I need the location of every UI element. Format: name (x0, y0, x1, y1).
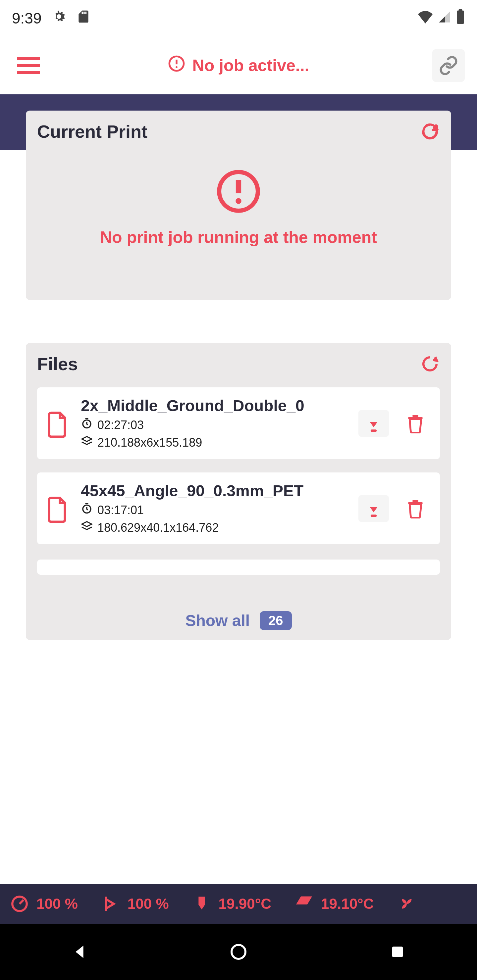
svg-rect-15 (412, 415, 418, 417)
file-row[interactable]: 45x45_Angle_90_0.3mm_PET 03:17:01 180.62… (37, 473, 440, 544)
svg-rect-2 (17, 57, 40, 60)
file-icon (45, 495, 72, 522)
svg-point-10 (236, 198, 241, 204)
refresh-current-print-button[interactable] (420, 121, 440, 142)
svg-marker-17 (82, 522, 92, 527)
files-count-badge: 26 (260, 611, 292, 630)
printer-status-strip: 100 % 100 % 19.90°C 19.10°C (0, 884, 477, 924)
current-print-title: Current Print (37, 121, 147, 142)
stat-feedrate[interactable]: 100 % (101, 894, 169, 913)
svg-marker-12 (82, 437, 92, 442)
app-bar-title: No job active... (52, 55, 425, 76)
android-status-bar: 9:39 (0, 0, 477, 37)
stat-feedrate-value: 100 % (128, 896, 169, 912)
stat-temp-hotend[interactable]: 19.90°C (192, 894, 271, 913)
svg-point-22 (231, 945, 246, 959)
file-icon (45, 410, 72, 437)
sd-card-icon (76, 9, 91, 27)
file-name: 45x45_Angle_90_0.3mm_PET (81, 482, 352, 500)
file-dims: 180.629x40.1x164.762 (97, 521, 219, 535)
app-bar: No job active... (0, 37, 477, 94)
svg-rect-3 (17, 64, 40, 67)
show-all-button[interactable]: Show all 26 (37, 611, 440, 633)
link-button[interactable] (432, 49, 465, 82)
status-time: 9:39 (12, 9, 42, 27)
svg-rect-4 (17, 71, 40, 74)
file-name: 2x_Middle_Ground_Double_0 (81, 397, 352, 415)
nav-recent-button[interactable] (378, 932, 417, 972)
files-card: Files 2x_Middle_Ground_Double_0 02:27:03 (26, 343, 451, 640)
svg-rect-18 (371, 514, 376, 517)
layers-icon (81, 520, 93, 535)
stat-temp-hotend-value: 19.90°C (219, 896, 271, 912)
alert-circle-icon (215, 168, 262, 215)
nav-back-button[interactable] (60, 932, 99, 972)
delete-file-button[interactable] (402, 410, 429, 437)
stat-speed[interactable]: 100 % (10, 894, 78, 913)
svg-rect-14 (408, 417, 422, 419)
svg-rect-0 (457, 10, 464, 24)
svg-rect-20 (412, 500, 418, 502)
app-bar-title-text: No job active... (193, 56, 309, 75)
gear-icon (51, 9, 67, 28)
file-row[interactable]: 2x_Middle_Ground_Double_0 02:27:03 210.1… (37, 387, 440, 459)
current-print-card: Current Print No print job running at th… (26, 111, 451, 300)
wifi-icon (417, 9, 433, 27)
svg-rect-1 (459, 9, 463, 11)
timer-icon (81, 503, 93, 517)
fan-icon (397, 894, 416, 913)
hotend-icon (192, 894, 211, 913)
stat-temp-bed[interactable]: 19.10°C (295, 894, 374, 913)
bed-icon (295, 894, 314, 913)
files-title: Files (37, 353, 78, 374)
speedometer-icon (10, 894, 29, 913)
stat-more[interactable] (397, 894, 416, 913)
nozzle-icon (101, 894, 120, 913)
battery-icon (456, 9, 465, 27)
svg-rect-19 (408, 502, 422, 504)
android-nav-bar (0, 924, 477, 980)
download-file-button[interactable] (358, 495, 389, 522)
stat-speed-value: 100 % (37, 896, 78, 912)
nav-home-button[interactable] (219, 932, 258, 972)
stat-temp-bed-value: 19.10°C (321, 896, 374, 912)
show-all-label: Show all (185, 611, 250, 630)
svg-rect-23 (392, 947, 403, 957)
signal-icon (438, 9, 451, 27)
file-row[interactable] (37, 560, 440, 575)
download-file-button[interactable] (358, 410, 389, 437)
file-dims: 210.188x6x155.189 (97, 436, 202, 450)
layers-icon (81, 435, 93, 450)
file-time: 02:27:03 (97, 418, 144, 432)
file-time: 03:17:01 (97, 503, 144, 517)
alert-circle-icon (168, 55, 185, 76)
svg-rect-13 (371, 430, 376, 432)
menu-button[interactable] (12, 49, 45, 82)
no-job-message: No print job running at the moment (100, 228, 377, 247)
delete-file-button[interactable] (402, 495, 429, 522)
timer-icon (81, 417, 93, 433)
svg-point-7 (175, 66, 177, 68)
refresh-files-button[interactable] (420, 354, 440, 374)
